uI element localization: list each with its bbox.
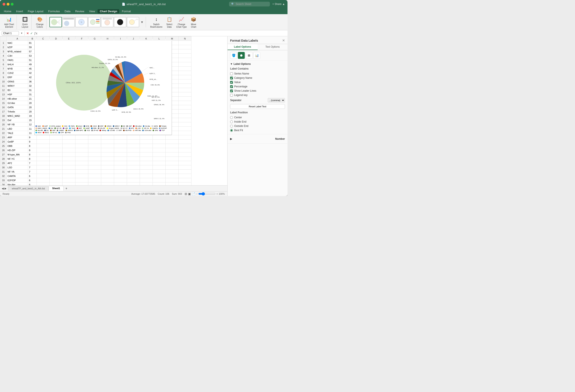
col-header-l[interactable]: L bbox=[153, 37, 166, 41]
cell-g[interactable] bbox=[88, 182, 101, 185]
cell-n[interactable] bbox=[179, 62, 192, 66]
cell-a[interactable]: MIKC_MAD bbox=[7, 114, 28, 118]
close-button[interactable] bbox=[2, 3, 5, 6]
cell-c[interactable] bbox=[37, 157, 50, 161]
function-icon[interactable]: ƒx bbox=[34, 32, 37, 35]
cell-a[interactable]: NF-YC bbox=[7, 157, 28, 161]
layout-thumb-1[interactable] bbox=[49, 17, 62, 27]
cell-l[interactable] bbox=[153, 165, 166, 170]
cell-n[interactable] bbox=[179, 135, 192, 140]
cell-h[interactable] bbox=[101, 148, 114, 152]
cell-m[interactable] bbox=[166, 170, 179, 174]
zoom-minus[interactable]: − bbox=[196, 193, 197, 195]
cell-g[interactable] bbox=[88, 170, 101, 174]
cell-n[interactable] bbox=[179, 114, 192, 118]
cell-a[interactable]: NF-YB bbox=[7, 122, 28, 127]
cell-a[interactable]: ERF bbox=[7, 75, 28, 79]
cell-n[interactable] bbox=[179, 58, 192, 62]
tab-label-options[interactable]: Label Options bbox=[228, 44, 258, 50]
cell-i[interactable] bbox=[114, 174, 127, 178]
cell-g[interactable] bbox=[88, 152, 101, 157]
cell-e[interactable] bbox=[63, 157, 75, 161]
cell-m[interactable] bbox=[166, 165, 179, 170]
menu-page-layout[interactable]: Page Layout bbox=[25, 9, 46, 13]
menu-insert[interactable]: Insert bbox=[14, 9, 25, 13]
cell-g[interactable] bbox=[88, 148, 101, 152]
cell-j[interactable] bbox=[127, 140, 140, 144]
cell-b[interactable]: 8 bbox=[28, 144, 37, 148]
cell-d[interactable] bbox=[50, 161, 63, 165]
cell-f[interactable] bbox=[75, 152, 88, 157]
cell-a[interactable]: C3H bbox=[7, 54, 28, 58]
cell-f[interactable] bbox=[75, 140, 88, 144]
cell-l[interactable] bbox=[153, 174, 166, 178]
col-header-j[interactable]: J bbox=[127, 37, 140, 41]
cell-h[interactable] bbox=[101, 161, 114, 165]
cell-m[interactable] bbox=[166, 140, 179, 144]
category-name-checkbox[interactable] bbox=[230, 77, 233, 79]
cell-b[interactable]: 8 bbox=[28, 157, 37, 161]
cell-a[interactable]: bHLH bbox=[7, 62, 28, 66]
cell-i[interactable] bbox=[114, 135, 127, 140]
cell-b[interactable]: 7 bbox=[28, 170, 37, 174]
cell-c[interactable] bbox=[37, 182, 50, 185]
percentage-checkbox[interactable] bbox=[230, 85, 233, 88]
layout-thumb-4[interactable] bbox=[88, 17, 100, 27]
cell-n[interactable] bbox=[179, 140, 192, 144]
cell-e[interactable] bbox=[63, 182, 75, 185]
cell-g[interactable] bbox=[88, 135, 101, 140]
cell-h[interactable] bbox=[101, 157, 114, 161]
cell-h[interactable] bbox=[101, 174, 114, 178]
cell-b[interactable]: 8 bbox=[28, 148, 37, 152]
cell-a[interactable]: GeBP bbox=[7, 140, 28, 144]
reset-label-text-button[interactable]: Reset Label Text bbox=[230, 104, 285, 109]
cell-n[interactable] bbox=[179, 71, 192, 75]
layout-thumb-3[interactable]: % bbox=[75, 17, 88, 27]
cell-j[interactable] bbox=[127, 161, 140, 165]
cell-h[interactable] bbox=[101, 140, 114, 144]
cell-a[interactable]: G2-like bbox=[7, 101, 28, 105]
cell-k[interactable] bbox=[140, 148, 153, 152]
cell-f[interactable] bbox=[75, 182, 88, 185]
cell-n[interactable] bbox=[179, 161, 192, 165]
cell-b[interactable]: 7 bbox=[28, 161, 37, 165]
cell-a[interactable]: CAMTA bbox=[7, 174, 28, 178]
cell-a[interactable]: WRKY bbox=[7, 84, 28, 88]
cell-m[interactable] bbox=[166, 144, 179, 148]
cell-g[interactable] bbox=[88, 157, 101, 161]
cell-g[interactable] bbox=[88, 165, 101, 170]
name-box[interactable] bbox=[2, 31, 19, 35]
cell-n[interactable] bbox=[179, 144, 192, 148]
cell-h[interactable] bbox=[101, 144, 114, 148]
cell-j[interactable] bbox=[127, 174, 140, 178]
cell-e[interactable] bbox=[63, 178, 75, 182]
cell-b[interactable]: 6 bbox=[28, 174, 37, 178]
cell-m[interactable] bbox=[166, 161, 179, 165]
col-header-e[interactable]: E bbox=[63, 37, 75, 41]
cell-c[interactable] bbox=[37, 178, 50, 182]
name-box-arrow[interactable]: ▼ bbox=[21, 32, 23, 34]
cell-c[interactable] bbox=[37, 161, 50, 165]
cell-a[interactable]: Nin-like bbox=[7, 182, 28, 185]
center-radio[interactable] bbox=[230, 116, 233, 119]
cell-n[interactable] bbox=[179, 109, 192, 114]
cell-j[interactable] bbox=[127, 157, 140, 161]
cell-b[interactable]: 8 bbox=[28, 152, 37, 157]
change-chart-type-button[interactable]: 📈 Change Chart Type bbox=[175, 15, 188, 29]
cell-n[interactable] bbox=[179, 101, 192, 105]
sheet-tab-sheet1[interactable]: Sheet1 bbox=[48, 186, 64, 191]
maximize-button[interactable] bbox=[11, 3, 14, 6]
cell-a[interactable]: HSF bbox=[7, 92, 28, 97]
col-header-h[interactable]: H bbox=[101, 37, 114, 41]
cell-c[interactable] bbox=[37, 148, 50, 152]
layout-thumb-6[interactable] bbox=[114, 17, 126, 27]
sheet-tab-main[interactable]: wheatTF_and_best1_in_Ath.list bbox=[8, 186, 48, 191]
panel-icon-grid[interactable]: ⊞ bbox=[246, 52, 252, 59]
cell-n[interactable] bbox=[179, 157, 192, 161]
cell-n[interactable] bbox=[179, 79, 192, 84]
cell-n[interactable] bbox=[179, 84, 192, 88]
tab-prev[interactable]: ◀ bbox=[2, 187, 4, 190]
cell-f[interactable] bbox=[75, 135, 88, 140]
cell-n[interactable] bbox=[179, 148, 192, 152]
cell-n[interactable] bbox=[179, 118, 192, 122]
